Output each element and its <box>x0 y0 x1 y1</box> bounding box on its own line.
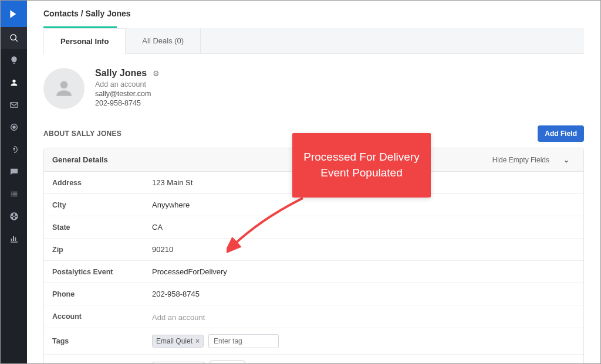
row-state: State CA <box>44 216 583 239</box>
row-lists: Lists ✔ Posty List ＋ Add <box>44 355 583 363</box>
row-account: Account Add an account <box>44 305 583 328</box>
app-logo[interactable] <box>1 1 27 27</box>
value-phone[interactable]: 202-958-8745 <box>152 290 575 298</box>
contact-phone: 202-958-8745 <box>95 99 160 107</box>
value-account[interactable]: Add an account <box>152 313 575 322</box>
tag-input[interactable] <box>208 334 279 348</box>
nav-list[interactable] <box>1 183 27 205</box>
nav-email[interactable] <box>1 94 27 116</box>
sidebar <box>1 1 27 363</box>
nav-globe[interactable] <box>1 205 27 227</box>
nav-contacts[interactable] <box>1 72 27 94</box>
tag-chip[interactable]: Email Quiet × <box>152 335 204 348</box>
contact-header: Sally Jones ⚙ Add an account sally@teste… <box>43 68 584 109</box>
row-zip: Zip 90210 <box>44 239 583 261</box>
tab-all-deals[interactable]: All Deals (0) <box>126 28 201 53</box>
avatar <box>43 68 85 109</box>
label-state: State <box>52 223 152 232</box>
value-event[interactable]: ProcessedForDelivery <box>152 267 575 276</box>
chevron-down-icon[interactable]: ⌄ <box>558 156 575 164</box>
tabs: Personal Info All Deals (0) <box>43 28 584 54</box>
annotation-callout: Processed For Delivery Event Populated <box>292 133 431 198</box>
label-zip: Zip <box>52 246 152 254</box>
row-event: Postalytics Event ProcessedForDelivery <box>44 261 583 283</box>
label-city: City <box>52 201 152 209</box>
tag-label: Email Quiet <box>156 337 193 345</box>
nav-deals[interactable] <box>1 138 27 161</box>
tab-personal-info[interactable]: Personal Info <box>43 28 126 54</box>
nav-search[interactable] <box>1 27 27 49</box>
hide-empty-toggle[interactable]: Hide Empty Fields <box>492 156 549 164</box>
add-account-link[interactable]: Add an account <box>95 80 160 89</box>
row-tags: Tags Email Quiet × <box>44 328 583 355</box>
row-phone: Phone 202-958-8745 <box>44 283 583 305</box>
panel-title: General Details <box>52 155 108 164</box>
nav-reports[interactable] <box>1 227 27 250</box>
nav-ideas[interactable] <box>1 49 27 72</box>
section-title: ABOUT SALLY JONES <box>43 130 121 138</box>
contact-info: Sally Jones ⚙ Add an account sally@teste… <box>95 68 160 107</box>
add-field-button[interactable]: Add Field <box>538 125 584 142</box>
contact-email: sally@tester.com <box>95 90 160 98</box>
label-event: Postalytics Event <box>52 268 152 276</box>
content: Sally Jones ⚙ Add an account sally@teste… <box>27 54 600 363</box>
nav-target[interactable] <box>1 116 27 138</box>
nav-chat[interactable] <box>1 161 27 183</box>
label-tags: Tags <box>52 337 152 345</box>
tag-remove-icon[interactable]: × <box>195 337 200 345</box>
label-address: Address <box>52 179 152 187</box>
list-pill[interactable]: ✔ Posty List <box>152 362 205 364</box>
value-city[interactable]: Anyywhere <box>152 200 575 209</box>
value-zip[interactable]: 90210 <box>152 245 575 254</box>
value-state[interactable]: CA <box>152 223 575 232</box>
add-list-button[interactable]: ＋ Add <box>210 360 245 363</box>
breadcrumb: Contacts / Sally Jones <box>27 1 600 26</box>
contact-name: Sally Jones <box>95 68 147 79</box>
label-account: Account <box>52 312 152 321</box>
gear-icon[interactable]: ⚙ <box>153 69 160 78</box>
label-phone: Phone <box>52 290 152 298</box>
